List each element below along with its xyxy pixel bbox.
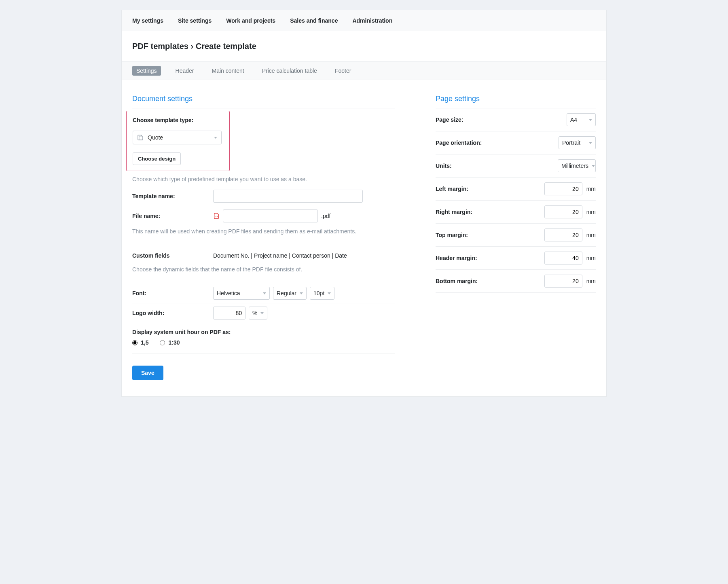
radio-decimal[interactable]: 1,5: [132, 339, 148, 346]
font-size-value: 10pt: [313, 290, 324, 296]
display-unit-hour-label: Display system unit hour on PDF as:: [132, 329, 395, 335]
template-type-select[interactable]: Quote: [133, 131, 222, 144]
right-margin-label: Right margin:: [436, 209, 472, 215]
orientation-select[interactable]: Portrait: [559, 136, 596, 149]
file-name-label: File name:: [132, 213, 213, 219]
header-margin-input[interactable]: [544, 252, 582, 264]
nav-site-settings[interactable]: Site settings: [178, 17, 212, 24]
document-settings-heading: Document settings: [132, 95, 395, 103]
logo-width-input[interactable]: [213, 307, 245, 320]
units-select[interactable]: Millimeters: [558, 159, 596, 172]
tabs-bar: Settings Header Main content Price calcu…: [121, 62, 607, 80]
template-name-input[interactable]: [213, 190, 363, 203]
file-name-input[interactable]: [223, 209, 318, 222]
unit-suffix: mm: [586, 255, 596, 261]
tab-main-content[interactable]: Main content: [209, 66, 248, 76]
template-type-highlight: Choose template type: Quote Choose desig…: [126, 111, 230, 171]
right-margin-input[interactable]: [544, 205, 582, 218]
font-label: Font:: [132, 290, 213, 296]
title-bar: PDF templates › Create template: [121, 31, 607, 62]
font-weight-select[interactable]: Regular: [273, 287, 307, 300]
header-margin-label: Header margin:: [436, 255, 477, 261]
font-family-select[interactable]: Helvetica: [213, 287, 270, 300]
template-type-help: Choose which type of predefined template…: [132, 176, 395, 182]
top-nav: My settings Site settings Work and proje…: [121, 10, 607, 31]
bottom-margin-label: Bottom margin:: [436, 278, 478, 284]
radio-decimal-label: 1,5: [141, 339, 148, 346]
quote-icon: [137, 134, 144, 141]
nav-sales-finance[interactable]: Sales and finance: [290, 17, 338, 24]
left-margin-label: Left margin:: [436, 186, 468, 192]
template-name-label: Template name:: [132, 193, 213, 199]
font-size-select[interactable]: 10pt: [310, 287, 334, 300]
template-type-value: Quote: [148, 134, 163, 141]
bottom-margin-input[interactable]: [544, 275, 582, 288]
unit-suffix: mm: [586, 209, 596, 215]
tab-settings[interactable]: Settings: [132, 66, 161, 76]
font-weight-value: Regular: [277, 290, 296, 296]
save-button[interactable]: Save: [132, 366, 163, 380]
choose-design-button[interactable]: Choose design: [133, 152, 181, 165]
svg-rect-1: [139, 136, 143, 140]
units-value: Millimeters: [561, 163, 588, 169]
font-family-value: Helvetica: [217, 290, 240, 296]
top-margin-input[interactable]: [544, 229, 582, 241]
radio-time[interactable]: 1:30: [160, 339, 180, 346]
custom-fields-value: Document No. | Project name | Contact pe…: [213, 252, 347, 259]
choose-template-type-label: Choose template type:: [133, 117, 223, 123]
unit-suffix: mm: [586, 278, 596, 284]
tab-header[interactable]: Header: [172, 66, 197, 76]
custom-fields-help: Choose the dynamic fields that the name …: [132, 266, 395, 273]
page-size-select[interactable]: A4: [567, 113, 596, 126]
orientation-value: Portrait: [562, 140, 580, 146]
caret-down-icon: [260, 312, 264, 314]
nav-my-settings[interactable]: My settings: [132, 17, 163, 24]
file-name-help: This name will be used when creating PDF…: [132, 228, 395, 235]
caret-down-icon: [263, 292, 266, 294]
unit-suffix: mm: [586, 232, 596, 238]
top-margin-label: Top margin:: [436, 232, 468, 238]
logo-width-unit-value: %: [252, 310, 257, 316]
radio-time-input[interactable]: [160, 340, 165, 345]
pdf-icon: PDF: [213, 213, 220, 219]
page-size-value: A4: [570, 116, 577, 123]
caret-down-icon: [592, 165, 595, 167]
unit-suffix: mm: [586, 186, 596, 192]
custom-fields-label: Custom fields: [132, 252, 213, 259]
caret-down-icon: [300, 292, 303, 294]
file-extension-label: .pdf: [321, 213, 330, 219]
radio-time-label: 1:30: [168, 339, 180, 346]
caret-down-icon: [214, 137, 217, 139]
caret-down-icon: [328, 292, 331, 294]
nav-administration[interactable]: Administration: [352, 17, 392, 24]
tab-price-table[interactable]: Price calculation table: [259, 66, 320, 76]
caret-down-icon: [589, 119, 592, 121]
page-settings-heading: Page settings: [436, 95, 596, 103]
radio-decimal-input[interactable]: [132, 340, 138, 345]
orientation-label: Page orientation:: [436, 140, 482, 146]
caret-down-icon: [589, 142, 592, 144]
breadcrumb: PDF templates › Create template: [132, 42, 596, 51]
tab-footer[interactable]: Footer: [332, 66, 354, 76]
page-size-label: Page size:: [436, 116, 463, 123]
units-label: Units:: [436, 163, 452, 169]
logo-width-unit-select[interactable]: %: [249, 307, 267, 320]
svg-text:PDF: PDF: [215, 216, 218, 218]
nav-work-projects[interactable]: Work and projects: [226, 17, 275, 24]
left-margin-input[interactable]: [544, 182, 582, 195]
logo-width-label: Logo width:: [132, 310, 213, 316]
